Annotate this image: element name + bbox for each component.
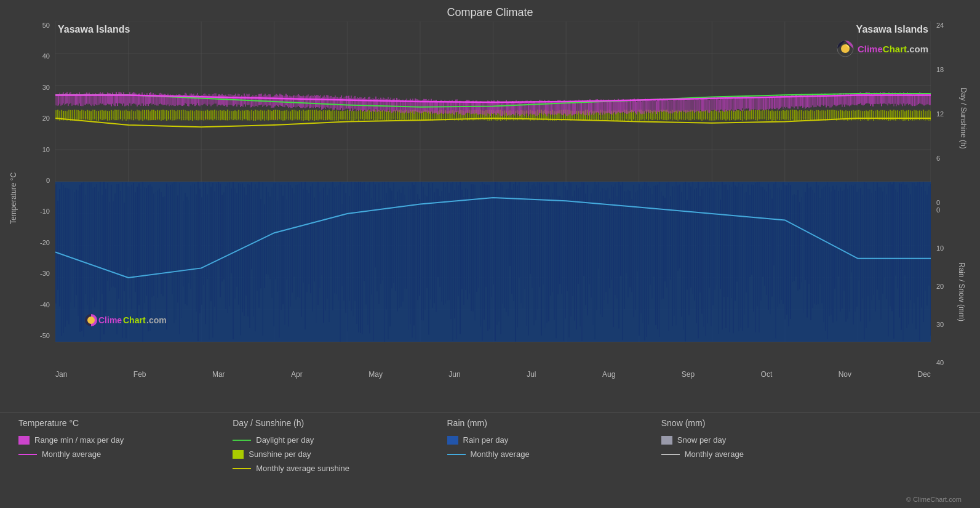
legend-sunshine-label: Sunshine per day [249, 450, 311, 459]
y-left-20: 20 [42, 115, 50, 122]
page-title: Compare Climate [12, 6, 968, 19]
legend-temp-avg: Monthly average [18, 450, 141, 459]
legend-area: Temperature °C Range min / max per day M… [0, 413, 980, 508]
y-left-n20: -20 [40, 239, 50, 246]
legend-temp-avg-line [18, 454, 37, 455]
legend-snow-day: Snow per day [661, 435, 784, 445]
copyright: © ClimeChart.com [906, 496, 962, 503]
legend-temp-range-label: Range min / max per day [34, 435, 124, 445]
page-container: Compare Climate 50 40 30 20 10 0 -10 -20… [0, 0, 980, 508]
legend-sunshine-color [233, 450, 244, 459]
x-apr: Apr [291, 370, 303, 379]
y-right-10: 10 [934, 244, 968, 252]
y-right-sunshine-label: Day / Sunshine (h) [958, 87, 967, 148]
y-left-30: 30 [42, 84, 50, 91]
legend-temp-range: Range min / max per day [18, 435, 141, 445]
legend-daylight: Daylight per day [233, 435, 356, 445]
logo-icon-top [837, 40, 854, 57]
legend-snow-avg-label: Monthly average [685, 450, 744, 459]
chart-area: 50 40 30 20 10 0 -10 -20 -30 -40 -50 Tem… [12, 22, 968, 391]
chart-canvas [55, 22, 931, 366]
logo-text-top: ClimeChart.com [858, 44, 928, 54]
x-dec: Dec [918, 370, 931, 379]
legend-rain-avg: Monthly average [447, 450, 570, 459]
legend-snow-avg: Monthly average [661, 450, 784, 459]
legend-rain-avg-line [447, 454, 466, 455]
x-aug: Aug [602, 370, 615, 379]
legend-rain-day: Rain per day [447, 435, 570, 445]
y-right-rain-label: Rain / Snow (mm) [957, 262, 966, 321]
x-axis: Jan Feb Mar Apr May Jun Jul Aug Sep Oct … [55, 366, 931, 391]
legend-snow: Snow (mm) Snow per day Monthly average [661, 418, 784, 503]
bottom-right-area: © ClimeChart.com [875, 418, 962, 503]
y-axis-left: 50 40 30 20 10 0 -10 -20 -30 -40 -50 Tem… [12, 22, 52, 366]
legend-rain-day-label: Rain per day [463, 435, 509, 445]
y-right-40: 40 [934, 359, 968, 366]
legend-sunshine-avg-label: Monthly average sunshine [256, 464, 349, 473]
legend-rain-avg-label: Monthly average [471, 450, 530, 459]
y-left-40: 40 [42, 52, 50, 60]
legend-snow-day-label: Snow per day [677, 435, 727, 445]
x-jun: Jun [448, 370, 460, 379]
legend-rain: Rain (mm) Rain per day Monthly average [447, 418, 570, 503]
legend-rain-title: Rain (mm) [447, 418, 570, 428]
y-left-n10: -10 [40, 208, 50, 215]
y-left-0: 0 [46, 177, 50, 184]
x-mar: Mar [212, 370, 225, 379]
y-right-18: 18 [934, 66, 968, 73]
x-feb: Feb [133, 370, 146, 379]
legend-daylight-line [233, 440, 251, 441]
legend-temp-avg-label: Monthly average [42, 450, 101, 459]
y-right-0: 0 [934, 206, 968, 214]
x-jul: Jul [527, 370, 536, 379]
y-left-n40: -40 [40, 301, 50, 308]
chart-wrapper: Yasawa Islands Yasawa Islands ClimeChart… [55, 22, 931, 366]
legend-snow-title: Snow (mm) [661, 418, 784, 428]
y-right-24: 24 [934, 22, 968, 29]
x-jan: Jan [55, 370, 67, 379]
left-location-label: Yasawa Islands [58, 24, 130, 35]
y-right-0-top: 0 [934, 199, 968, 206]
legend-snow-avg-line [661, 454, 680, 455]
legend-sunshine-avg: Monthly average sunshine [233, 464, 356, 473]
x-oct: Oct [761, 370, 773, 379]
legend-sunshine-swatch: Sunshine per day [233, 450, 356, 459]
legend-sunshine-avg-line [233, 468, 251, 469]
y-right-6: 6 [934, 155, 968, 162]
logo-top-right: ClimeChart.com [837, 40, 928, 57]
legend-sunshine-title: Day / Sunshine (h) [233, 418, 356, 428]
y-left-n50: -50 [40, 332, 50, 339]
y-left-label: Temperature °C [9, 172, 18, 224]
y-left-10: 10 [42, 146, 50, 153]
legend-snow-swatch [661, 436, 672, 445]
x-sep: Sep [682, 370, 695, 379]
legend-temperature: Temperature °C Range min / max per day M… [18, 418, 141, 503]
legend-daylight-label: Daylight per day [256, 435, 314, 445]
y-right-30: 30 [934, 321, 968, 328]
legend-temp-range-swatch [18, 436, 30, 445]
legend-rain-swatch [447, 436, 458, 445]
x-nov: Nov [839, 370, 851, 379]
y-left-n30: -30 [40, 270, 50, 277]
legend-temperature-title: Temperature °C [18, 418, 141, 428]
x-may: May [368, 370, 383, 379]
y-left-50: 50 [42, 22, 50, 29]
legend-sunshine: Day / Sunshine (h) Daylight per day Suns… [233, 418, 356, 503]
right-location-label: Yasawa Islands [856, 24, 928, 35]
